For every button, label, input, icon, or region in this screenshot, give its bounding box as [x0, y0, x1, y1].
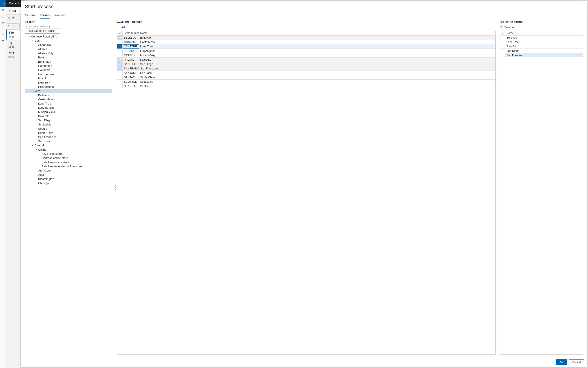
selected-grid-header: Name [500, 31, 583, 36]
tree-node[interactable]: Boston [25, 55, 112, 60]
tree-node[interactable]: Burlington [25, 60, 112, 64]
row-checkbox[interactable] [117, 84, 123, 88]
tree-node[interactable]: Columbia [25, 68, 112, 72]
tree-node[interactable]: Bellevue [25, 93, 112, 97]
dialog-tabs: General Stores Workers [21, 10, 587, 18]
tree-node[interactable]: Atlantic City [25, 51, 112, 55]
row-checkbox[interactable] [500, 36, 505, 40]
tree-node[interactable]: Austin [25, 173, 112, 177]
resize-handle[interactable] [115, 185, 116, 190]
tree-node[interactable]: Costa Mesa [25, 97, 112, 101]
select-all-checkbox[interactable] [500, 31, 505, 35]
tree-node[interactable]: Scottsdale [25, 122, 112, 127]
available-header: AVAILABLE STORES [117, 21, 496, 23]
tree-node[interactable]: Fabrikam online store [25, 160, 112, 164]
tree-node[interactable]: San Diego [25, 118, 112, 122]
tree-node[interactable]: San Jose [25, 139, 112, 143]
table-row[interactable]: PALOALTPalo Alto [117, 57, 496, 62]
table-row[interactable]: LOSANGELos Angeles [117, 49, 496, 53]
row-checkbox[interactable] [117, 49, 123, 53]
ok-button[interactable]: OK [556, 359, 567, 365]
row-checkbox[interactable] [500, 53, 505, 57]
tree-node[interactable]: Bloomington [25, 177, 112, 181]
cell-name: Mission Viejo [139, 53, 496, 57]
col-store-number[interactable]: Store number [123, 31, 139, 35]
row-checkbox[interactable] [117, 40, 123, 44]
table-row[interactable]: BELLEVUBellevue [117, 36, 496, 40]
tree-node-label: San Diego [38, 119, 52, 122]
table-row[interactable]: SCOTTSDScottsdale [117, 80, 496, 84]
table-row[interactable]: COSTAMECosta Mesa [117, 40, 496, 44]
col-name[interactable]: Name [139, 31, 496, 35]
filters-header: FILTERS [25, 21, 113, 23]
tree-node[interactable]: East [25, 39, 112, 43]
row-checkbox[interactable] [117, 80, 123, 84]
table-row[interactable]: SANDIEGSan Diego [117, 62, 496, 66]
tree-node[interactable]: Santa Clara [25, 131, 112, 135]
row-checkbox[interactable] [500, 40, 505, 44]
table-row[interactable]: SANJOSESan Jose [117, 71, 496, 75]
available-grid: Store number Name BELLEVUBellevueCOSTAME… [117, 31, 496, 354]
tree-node[interactable]: Cambridge [25, 64, 112, 68]
check-icon [119, 32, 121, 34]
tree-node[interactable]: AW online store [25, 152, 112, 156]
row-checkbox[interactable] [117, 75, 123, 79]
row-checkbox[interactable] [117, 53, 123, 57]
cancel-button[interactable]: Cancel [569, 359, 584, 365]
tree-node[interactable]: Ann Arbor [25, 168, 112, 173]
tree-node[interactable]: Chicago [25, 181, 112, 185]
tree-node[interactable]: Philadelphia [25, 85, 112, 89]
tree-node-label: Miami [38, 77, 46, 80]
tree-node[interactable]: New York [25, 81, 112, 85]
resize-handle[interactable] [498, 185, 499, 190]
table-row[interactable]: San Diego [500, 49, 583, 53]
table-row[interactable]: Bellevue [500, 36, 583, 40]
col-name[interactable]: Name [505, 31, 583, 35]
tree-node[interactable]: Central [25, 143, 112, 147]
tree-node-label: AW online store [41, 152, 62, 156]
remove-button[interactable]: Remove [500, 26, 583, 29]
org-hierarchy-select[interactable]: Retail Stores by Region [25, 28, 60, 34]
help-button[interactable]: ? [583, 2, 585, 7]
table-row[interactable]: San Francisco [500, 53, 583, 57]
tree-node[interactable]: Miami [25, 76, 112, 81]
table-row[interactable]: SEATTLESeattle [117, 84, 496, 88]
tree-node[interactable]: Contoso Retail USA [25, 34, 112, 39]
tree-node[interactable]: Fabrikam extended online store [25, 164, 112, 168]
row-checkbox[interactable] [117, 44, 123, 48]
hierarchy-tree[interactable]: Contoso Retail USAEastAnnapolisAtlantaAt… [25, 34, 113, 355]
row-checkbox[interactable] [500, 44, 505, 48]
select-all-checkbox[interactable] [117, 31, 123, 35]
tab-general[interactable]: General [25, 13, 36, 18]
table-row[interactable]: LONETRELone Tree [117, 44, 496, 49]
table-row[interactable]: SANTACLSanta Clara [117, 75, 496, 80]
row-checkbox[interactable] [117, 62, 123, 66]
row-checkbox[interactable] [500, 49, 505, 53]
tree-node[interactable]: Online [25, 147, 112, 152]
tree-node[interactable]: Palo Alto [25, 114, 112, 118]
tree-node[interactable]: Seattle [25, 127, 112, 131]
add-button[interactable]: Add [118, 26, 496, 29]
tree-node[interactable]: Los Angeles [25, 106, 112, 110]
tree-node[interactable]: Georgetown [25, 72, 112, 76]
tree-node[interactable]: Annapolis [25, 43, 112, 47]
row-checkbox[interactable] [117, 57, 123, 62]
row-checkbox[interactable] [117, 66, 123, 71]
tree-node[interactable]: Atlanta [25, 47, 112, 51]
table-row[interactable]: Palo Alto [500, 44, 583, 49]
table-row[interactable]: Lone Tree [500, 40, 583, 44]
tree-node[interactable]: Contoso online store [25, 156, 112, 160]
tab-workers[interactable]: Workers [55, 13, 65, 18]
tree-node[interactable]: Mission Viejo [25, 110, 112, 114]
tab-stores[interactable]: Stores [40, 13, 50, 18]
table-row[interactable]: MISSIONMission Viejo [117, 53, 496, 57]
tree-node[interactable]: West [25, 89, 112, 93]
row-checkbox[interactable] [117, 36, 123, 40]
table-row[interactable]: SANFRANCISSan Francisco [117, 66, 496, 71]
tree-node-label: Philadelphia [38, 85, 54, 88]
row-checkbox[interactable] [117, 71, 123, 75]
tree-node-label: Bloomington [38, 177, 55, 181]
tree-node[interactable]: Lone Tree [25, 101, 112, 106]
cell-store-number: LONETRE [123, 44, 139, 48]
tree-node[interactable]: San Francisco [25, 135, 112, 139]
